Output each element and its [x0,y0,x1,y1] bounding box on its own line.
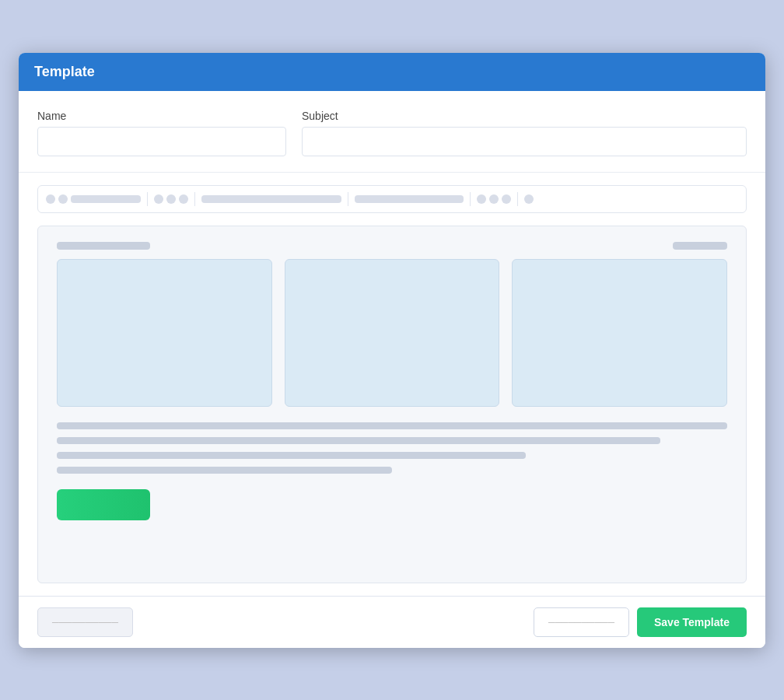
name-label: Name [37,110,286,122]
toolbar-separator-4 [470,192,471,206]
toolbar-bar-3[interactable] [355,195,464,203]
modal-footer: ────────── ────────── Save Template [19,596,765,648]
toolbar-separator-2 [194,192,195,206]
text-line-4 [57,467,392,474]
image-placeholder-3[interactable] [512,259,727,407]
image-placeholder-2[interactable] [285,259,500,407]
editor-area[interactable] [37,226,747,583]
template-modal: Template Name Subject [19,53,765,648]
text-line-2 [57,437,660,444]
text-lines [57,422,727,474]
cta-wrapper [57,489,727,520]
image-grid [57,259,727,407]
subject-group: Subject [302,110,747,156]
footer-right: ────────── Save Template [534,607,747,637]
subject-label: Subject [302,110,747,122]
editor-tag-placeholder [673,242,727,250]
toolbar-separator-5 [517,192,518,206]
text-line-3 [57,452,526,459]
modal-header: Template [19,53,765,91]
toolbar-dot-1[interactable] [46,194,55,204]
footer-left: ────────── [37,607,133,637]
toolbar-dot-8[interactable] [502,194,511,204]
editor-toolbar [37,185,747,213]
text-line-1 [57,422,727,429]
secondary-label: ────────── [548,617,614,628]
save-template-button[interactable]: Save Template [637,607,747,637]
toolbar-separator-3 [348,192,348,206]
divider [19,172,765,173]
modal-body: Name Subject [19,91,765,596]
toolbar-dot-6[interactable] [477,194,486,204]
toolbar-dot-2[interactable] [58,194,68,204]
cancel-button[interactable]: ────────── [37,607,133,637]
form-row: Name Subject [37,110,747,156]
toolbar-dot-7[interactable] [489,194,499,204]
toolbar-separator-1 [147,192,148,206]
toolbar-dot-3[interactable] [154,194,163,204]
modal-title: Template [34,64,95,79]
cancel-label: ────────── [52,617,118,628]
editor-header-row [57,242,727,250]
toolbar-dot-4[interactable] [166,194,176,204]
toolbar-dot-5[interactable] [179,194,188,204]
toolbar-dot-9[interactable] [524,194,534,204]
name-input[interactable] [37,127,286,156]
cta-button[interactable] [57,489,150,520]
toolbar-bar-1[interactable] [71,195,141,203]
subject-input[interactable] [302,127,747,156]
toolbar-bar-2[interactable] [201,195,341,203]
image-placeholder-1[interactable] [57,259,272,407]
editor-heading-placeholder [57,242,150,250]
secondary-button[interactable]: ────────── [534,607,629,637]
name-group: Name [37,110,286,156]
